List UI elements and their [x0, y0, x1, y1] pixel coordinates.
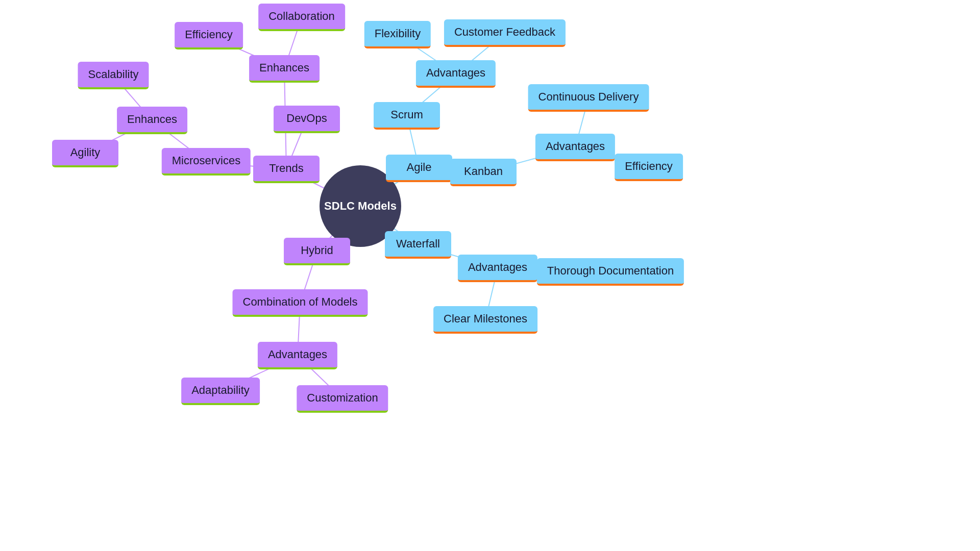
- node-hybrid[interactable]: Hybrid: [284, 238, 350, 265]
- node-waterfall[interactable]: Waterfall: [385, 231, 451, 259]
- node-collaboration[interactable]: Collaboration: [258, 4, 345, 31]
- node-microservices[interactable]: Microservices: [162, 148, 251, 176]
- node-flexibility[interactable]: Flexibility: [364, 21, 431, 48]
- node-customer-feedback[interactable]: Customer Feedback: [444, 19, 566, 47]
- node-trends[interactable]: Trends: [253, 156, 320, 183]
- node-efficiency-right[interactable]: Efficiency: [615, 154, 683, 181]
- node-advantages-hybrid[interactable]: Advantages: [258, 342, 337, 369]
- node-advantages-waterfall[interactable]: Advantages: [458, 255, 537, 282]
- node-agility[interactable]: Agility: [52, 140, 118, 167]
- node-kanban[interactable]: Kanban: [450, 159, 517, 186]
- node-efficiency-left[interactable]: Efficiency: [175, 22, 243, 49]
- node-agile[interactable]: Agile: [386, 155, 452, 182]
- node-combination[interactable]: Combination of Models: [232, 289, 368, 317]
- node-devops[interactable]: DevOps: [274, 106, 340, 133]
- node-clear-milestones[interactable]: Clear Milestones: [433, 306, 537, 334]
- node-advantages-kanban[interactable]: Advantages: [535, 134, 615, 161]
- node-scrum[interactable]: Scrum: [374, 102, 440, 130]
- node-scalability[interactable]: Scalability: [78, 62, 149, 89]
- node-adaptability[interactable]: Adaptability: [181, 378, 260, 405]
- node-continuous-delivery[interactable]: Continuous Delivery: [528, 84, 649, 112]
- node-enhances-left[interactable]: Enhances: [117, 107, 187, 134]
- node-enhances-top[interactable]: Enhances: [249, 55, 320, 83]
- node-thorough-doc[interactable]: Thorough Documentation: [537, 258, 684, 286]
- node-advantages-scrum[interactable]: Advantages: [416, 60, 496, 88]
- node-customization[interactable]: Customization: [297, 385, 388, 413]
